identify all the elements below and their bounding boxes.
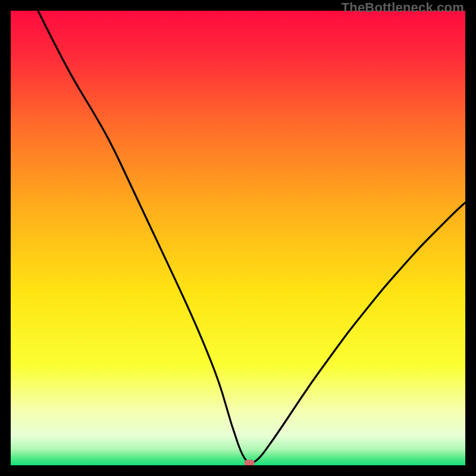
watermark-text: TheBottleneck.com: [342, 0, 464, 15]
optimal-point-marker: [245, 460, 255, 465]
gradient-background: [11, 11, 465, 465]
bottleneck-chart: [11, 11, 465, 465]
chart-frame: [11, 11, 465, 465]
